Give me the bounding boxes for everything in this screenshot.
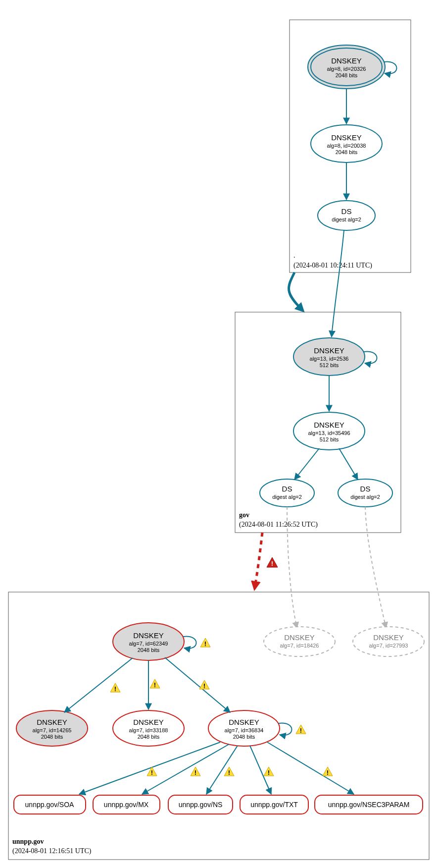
edge-gov-zsk-ds2 <box>339 448 358 480</box>
edge-ksk-36834 <box>165 657 230 712</box>
svg-text:DNSKEY: DNSKEY <box>331 133 362 142</box>
svg-text:digest alg=2: digest alg=2 <box>332 217 361 222</box>
warning-icon <box>264 767 274 776</box>
svg-text:2048 bits: 2048 bits <box>138 647 160 653</box>
warning-icon <box>191 767 200 776</box>
svg-text:alg=7, id=33188: alg=7, id=33188 <box>129 727 168 733</box>
node-gov-ds2[interactable]: DS digest alg=2 <box>338 479 392 507</box>
svg-text:unnpp.gov/NSEC3PARAM: unnpp.gov/NSEC3PARAM <box>328 801 410 809</box>
edge-gov-ds2-to-27993 <box>365 507 386 628</box>
node-unnpp-27993[interactable]: DNSKEY alg=7, id=27993 <box>353 627 424 656</box>
zone-unnpp: unnpp.gov (2024-08-01 12:16:51 UTC) DNSK… <box>8 592 429 860</box>
rrset-txt[interactable]: unnpp.gov/TXT <box>240 795 308 814</box>
node-gov-ksk[interactable]: DNSKEY alg=13, id=2536 512 bits <box>293 338 365 376</box>
svg-text:alg=13, id=2536: alg=13, id=2536 <box>310 356 349 362</box>
edge-unnpp-ksk-self <box>183 637 196 649</box>
svg-text:alg=7, id=62349: alg=7, id=62349 <box>129 641 168 647</box>
node-root-zsk[interactable]: DNSKEY alg=8, id=20038 2048 bits <box>311 125 382 163</box>
svg-text:digest alg=2: digest alg=2 <box>272 494 302 500</box>
node-root-ksk[interactable]: DNSKEY alg=8, id=20326 2048 bits <box>308 45 385 89</box>
svg-text:DNSKEY: DNSKEY <box>314 421 344 429</box>
svg-text:DNSKEY: DNSKEY <box>331 56 362 65</box>
svg-text:unnpp.gov/NS: unnpp.gov/NS <box>179 801 223 809</box>
svg-text:DS: DS <box>282 485 292 493</box>
svg-text:DS: DS <box>341 207 352 216</box>
node-unnpp-33188[interactable]: DNSKEY alg=7, id=33188 2048 bits <box>113 710 184 746</box>
zone-gov: gov (2024-08-01 11:26:52 UTC) DNSKEY alg… <box>235 312 401 533</box>
svg-point-27 <box>338 479 392 507</box>
svg-text:DNSKEY: DNSKEY <box>314 346 344 355</box>
edge-root-to-gov-deleg <box>289 272 302 310</box>
svg-point-12 <box>318 201 375 230</box>
edge-ksk-14265 <box>64 658 133 712</box>
edge-gov-zsk-ds1 <box>294 448 319 480</box>
svg-text:alg=7, id=36834: alg=7, id=36834 <box>225 727 264 733</box>
warning-icon <box>150 679 160 689</box>
node-gov-zsk[interactable]: DNSKEY alg=13, id=35496 512 bits <box>293 412 365 450</box>
rrset-soa[interactable]: unnpp.gov/SOA <box>14 795 86 814</box>
edge-root-ds-to-gov-ksk <box>332 230 344 337</box>
rrset-mx[interactable]: unnpp.gov/MX <box>93 795 160 814</box>
svg-text:DNSKEY: DNSKEY <box>37 718 67 726</box>
warning-icon <box>110 683 120 693</box>
svg-text:digest alg=2: digest alg=2 <box>350 494 380 500</box>
node-unnpp-18426[interactable]: DNSKEY alg=7, id=18426 <box>264 627 335 656</box>
zone-gov-name: gov <box>239 511 249 519</box>
svg-text:alg=7, id=14265: alg=7, id=14265 <box>33 727 72 733</box>
edge-36834-ns <box>206 746 238 794</box>
svg-text:alg=8, id=20038: alg=8, id=20038 <box>327 143 366 149</box>
svg-point-31 <box>264 627 335 656</box>
svg-text:2048 bits: 2048 bits <box>138 734 160 740</box>
node-unnpp-36834[interactable]: DNSKEY alg=7, id=36834 2048 bits <box>208 710 280 746</box>
edge-36834-nsec3 <box>267 742 354 794</box>
svg-text:DNSKEY: DNSKEY <box>284 633 315 642</box>
svg-text:2048 bits: 2048 bits <box>336 72 358 78</box>
node-unnpp-14265[interactable]: DNSKEY alg=7, id=14265 2048 bits <box>16 710 88 746</box>
warning-icon <box>200 638 210 648</box>
rrset-ns[interactable]: unnpp.gov/NS <box>168 795 233 814</box>
svg-text:unnpp.gov/TXT: unnpp.gov/TXT <box>250 801 298 809</box>
svg-text:alg=13, id=35496: alg=13, id=35496 <box>308 430 350 436</box>
edge-36834-soa <box>79 742 220 794</box>
svg-text:alg=8, id=20326: alg=8, id=20326 <box>327 66 366 72</box>
svg-text:unnpp.gov/MX: unnpp.gov/MX <box>104 801 149 809</box>
svg-text:512 bits: 512 bits <box>320 436 339 442</box>
svg-text:DS: DS <box>360 485 371 493</box>
node-root-ds[interactable]: DS digest alg=2 <box>318 201 375 230</box>
zone-root: . (2024-08-01 10:24:11 UTC) DNSKEY alg=8… <box>290 20 411 272</box>
svg-text:DNSKEY: DNSKEY <box>229 718 259 726</box>
svg-text:DNSKEY: DNSKEY <box>133 718 164 726</box>
svg-text:DNSKEY: DNSKEY <box>133 631 164 640</box>
error-icon <box>267 557 278 567</box>
svg-text:DNSKEY: DNSKEY <box>373 633 404 642</box>
node-unnpp-ksk[interactable]: DNSKEY alg=7, id=62349 2048 bits <box>113 623 184 660</box>
edge-gov-ksk-self <box>364 352 377 364</box>
edge-36834-mx <box>142 744 229 794</box>
edge-gov-to-unnpp-deleg <box>255 533 262 587</box>
svg-text:512 bits: 512 bits <box>320 362 339 368</box>
zone-root-time: (2024-08-01 10:24:11 UTC) <box>293 262 372 270</box>
svg-point-34 <box>353 627 424 656</box>
warning-icon <box>296 725 306 734</box>
edge-unnpp-36834-self <box>279 723 292 735</box>
svg-text:unnpp.gov/SOA: unnpp.gov/SOA <box>25 801 75 809</box>
zone-root-name: . <box>293 252 295 259</box>
warning-icon <box>323 767 333 776</box>
warning-icon <box>199 680 209 690</box>
edge-root-ksk-self <box>384 62 397 74</box>
svg-text:alg=7, id=18426: alg=7, id=18426 <box>280 643 319 649</box>
zone-unnpp-name: unnpp.gov <box>12 838 44 845</box>
zone-unnpp-time: (2024-08-01 12:16:51 UTC) <box>12 847 92 855</box>
warning-icon <box>224 767 234 776</box>
svg-text:alg=7, id=27993: alg=7, id=27993 <box>369 643 408 649</box>
svg-text:2048 bits: 2048 bits <box>41 734 63 740</box>
rrset-nsec3param[interactable]: unnpp.gov/NSEC3PARAM <box>315 795 423 814</box>
svg-text:2048 bits: 2048 bits <box>233 734 255 740</box>
zone-gov-time: (2024-08-01 11:26:52 UTC) <box>239 521 318 529</box>
svg-point-24 <box>260 479 314 507</box>
node-gov-ds1[interactable]: DS digest alg=2 <box>260 479 314 507</box>
svg-text:2048 bits: 2048 bits <box>336 149 358 155</box>
